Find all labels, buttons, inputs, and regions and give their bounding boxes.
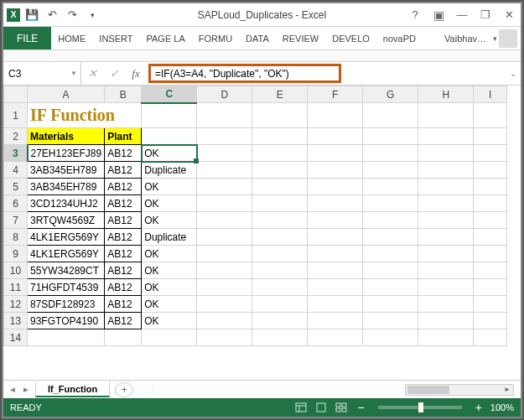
row-header-13[interactable]: 13 <box>4 313 28 329</box>
cell[interactable] <box>197 195 252 212</box>
cell[interactable] <box>363 262 418 279</box>
user-name[interactable]: Vaibhav… <box>441 34 490 44</box>
cell[interactable] <box>363 162 418 179</box>
cell[interactable] <box>197 179 252 195</box>
horizontal-scrollbar[interactable]: ◄ ► <box>405 384 514 396</box>
cell[interactable] <box>308 229 363 246</box>
cell[interactable]: OK <box>142 279 197 296</box>
tab-formu[interactable]: FORMU <box>192 27 239 49</box>
cell[interactable] <box>252 262 308 279</box>
cell[interactable]: AB12 <box>105 262 142 279</box>
cell[interactable] <box>474 128 507 145</box>
cell[interactable] <box>142 103 197 128</box>
cell[interactable] <box>197 229 252 246</box>
add-sheet-button[interactable]: + <box>115 382 133 397</box>
tab-data[interactable]: DATA <box>239 27 276 49</box>
cell[interactable]: OK <box>142 179 197 195</box>
cell[interactable]: 3CD1234UHJ2 <box>28 195 105 212</box>
cell[interactable]: AB12 <box>105 279 142 296</box>
cell[interactable]: Duplicate <box>142 229 197 246</box>
cell[interactable] <box>308 195 363 212</box>
row-header-5[interactable]: 5 <box>4 179 28 195</box>
cell[interactable] <box>363 103 418 128</box>
cell[interactable] <box>142 329 197 346</box>
cell[interactable] <box>363 145 418 162</box>
cell[interactable] <box>252 212 308 229</box>
cell[interactable] <box>252 279 308 296</box>
cell[interactable]: OK <box>142 262 197 279</box>
cell[interactable] <box>197 212 252 229</box>
qat-customize[interactable]: ▾ <box>84 7 101 23</box>
redo-button[interactable]: ↷ <box>64 7 80 23</box>
cell[interactable] <box>308 313 363 329</box>
col-header-B[interactable]: B <box>105 86 142 103</box>
cell[interactable] <box>252 179 308 195</box>
cell[interactable] <box>308 329 363 346</box>
name-box[interactable]: C3 ▼ <box>3 62 81 85</box>
restore-button[interactable]: ❐ <box>474 5 497 25</box>
cell[interactable] <box>197 103 252 128</box>
cell[interactable] <box>252 246 308 262</box>
cell[interactable]: AB12 <box>105 313 142 329</box>
cell[interactable]: AB12 <box>105 145 142 162</box>
cell[interactable] <box>418 103 474 128</box>
cell[interactable] <box>252 329 308 346</box>
cell[interactable] <box>197 145 252 162</box>
col-header-D[interactable]: D <box>197 86 252 103</box>
cell[interactable] <box>418 179 474 195</box>
row-header-12[interactable]: 12 <box>4 296 28 313</box>
cell[interactable]: 87SDF128923 <box>28 296 105 313</box>
cell[interactable] <box>363 296 418 313</box>
cell[interactable] <box>474 329 507 346</box>
cell[interactable] <box>474 179 507 195</box>
cell[interactable]: OK <box>142 212 197 229</box>
cell[interactable] <box>418 262 474 279</box>
row-header-14[interactable]: 14 <box>4 329 28 346</box>
cell[interactable]: 4LK1ERG569Y <box>28 229 105 246</box>
row-header-8[interactable]: 8 <box>4 229 28 246</box>
cell[interactable]: Duplicate <box>142 162 197 179</box>
cell[interactable] <box>308 212 363 229</box>
cell[interactable]: AB12 <box>105 212 142 229</box>
row-header-7[interactable]: 7 <box>4 212 28 229</box>
cell[interactable] <box>474 262 507 279</box>
cell[interactable] <box>308 128 363 145</box>
cell[interactable]: 4LK1ERG569Y <box>28 246 105 262</box>
cell[interactable] <box>474 246 507 262</box>
cell[interactable] <box>418 128 474 145</box>
cell[interactable] <box>474 145 507 162</box>
cell[interactable]: OK <box>142 296 197 313</box>
formula-expand-button[interactable]: ⌄ <box>506 69 521 78</box>
cell[interactable] <box>197 313 252 329</box>
row-header-9[interactable]: 9 <box>4 246 28 262</box>
cell[interactable] <box>308 179 363 195</box>
tab-home[interactable]: HOME <box>51 27 92 49</box>
cell[interactable]: 3RTQW4569Z <box>28 212 105 229</box>
cell[interactable] <box>252 313 308 329</box>
spreadsheet-grid[interactable]: ABCDEFGHI1IF Function2MaterialsPlant327E… <box>3 86 521 380</box>
minimize-button[interactable]: — <box>450 5 474 25</box>
row-header-4[interactable]: 4 <box>4 162 28 179</box>
cell[interactable]: AB12 <box>105 179 142 195</box>
cell[interactable]: OK <box>142 246 197 262</box>
cell[interactable] <box>474 162 507 179</box>
cell[interactable] <box>252 128 308 145</box>
row-header-10[interactable]: 10 <box>4 262 28 279</box>
ribbon-options-button[interactable]: ▣ <box>427 5 450 25</box>
cell[interactable] <box>474 103 507 128</box>
cell[interactable] <box>418 313 474 329</box>
col-header-G[interactable]: G <box>363 86 418 103</box>
cell[interactable] <box>363 246 418 262</box>
cell[interactable] <box>252 103 308 128</box>
cell[interactable] <box>252 162 308 179</box>
page-break-view-button[interactable] <box>334 401 349 414</box>
row-header-11[interactable]: 11 <box>4 279 28 296</box>
cell[interactable]: AB12 <box>105 195 142 212</box>
cell[interactable] <box>363 195 418 212</box>
cell[interactable] <box>197 262 252 279</box>
help-button[interactable]: ? <box>403 5 427 25</box>
cell[interactable]: 27EH123EFJ89 <box>28 145 105 162</box>
cell-selected[interactable]: OK <box>142 145 197 162</box>
col-header-I[interactable]: I <box>474 86 507 103</box>
cell[interactable] <box>363 329 418 346</box>
